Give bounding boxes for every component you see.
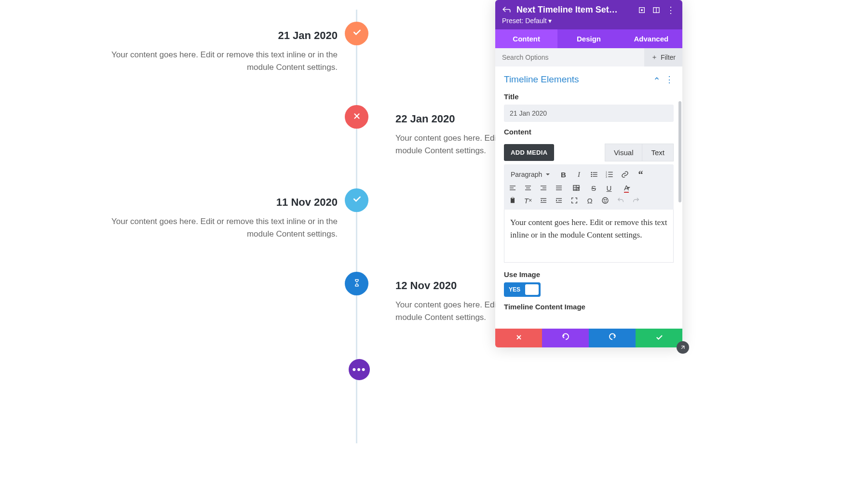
back-icon[interactable] — [502, 5, 512, 15]
field-timeline-image: Timeline Content Image — [495, 300, 682, 327]
strikethrough-icon[interactable]: S — [589, 183, 598, 193]
redo-icon — [608, 333, 617, 344]
text-color-icon[interactable]: A — [620, 183, 633, 193]
svg-rect-33 — [556, 198, 562, 199]
timeline-badge[interactable] — [345, 105, 368, 129]
omega-icon[interactable]: Ω — [585, 196, 595, 205]
settings-panel: Next Timeline Item Set… ⋮ Preset: Defaul… — [495, 0, 682, 347]
resize-handle[interactable] — [677, 341, 689, 354]
preset-dropdown[interactable]: Preset: Default ▾ — [502, 17, 676, 25]
quote-icon[interactable]: “ — [636, 170, 645, 179]
emoji-icon[interactable] — [600, 196, 610, 205]
tab-design[interactable]: Design — [557, 29, 620, 48]
timeline-more-button[interactable]: ••• — [349, 359, 370, 380]
table-icon[interactable] — [570, 183, 583, 193]
redo-icon — [631, 196, 641, 205]
svg-rect-35 — [556, 202, 562, 202]
more-icon[interactable]: ⋮ — [666, 5, 676, 15]
filter-label: Filter — [661, 53, 676, 61]
more-icon[interactable]: ⋮ — [665, 74, 674, 85]
expand-icon[interactable] — [637, 5, 647, 15]
timeline-badge[interactable] — [345, 188, 368, 212]
svg-point-1 — [641, 9, 643, 11]
align-right-icon[interactable] — [539, 183, 548, 193]
field-label: Timeline Content Image — [504, 303, 674, 311]
toggle-label: YES — [506, 286, 522, 293]
svg-rect-26 — [556, 189, 562, 190]
align-left-icon[interactable] — [508, 183, 517, 193]
link-icon[interactable] — [620, 170, 630, 179]
svg-point-4 — [591, 174, 593, 175]
svg-rect-13 — [609, 174, 613, 174]
undo-icon — [561, 333, 570, 344]
svg-rect-12 — [609, 172, 613, 173]
svg-rect-29 — [512, 197, 514, 199]
timeline-card[interactable]: 21 Jan 2020 Your content goes here. Edit… — [111, 29, 338, 74]
align-justify-icon[interactable] — [554, 183, 564, 193]
svg-point-5 — [591, 176, 593, 177]
section-title: Timeline Elements — [504, 74, 649, 85]
filter-button[interactable]: ＋ Filter — [644, 48, 682, 66]
editor-toolbar: Paragraph B I 123 “ S U A T× — [504, 164, 674, 210]
svg-rect-30 — [541, 198, 546, 199]
field-label: Use Image — [504, 270, 674, 279]
svg-rect-20 — [525, 189, 531, 190]
indent-icon[interactable] — [554, 196, 564, 205]
chevron-up-icon[interactable] — [653, 75, 660, 84]
undo-button[interactable] — [542, 329, 589, 347]
discard-button[interactable] — [495, 329, 542, 347]
panel-tabs: Content Design Advanced — [495, 29, 682, 48]
svg-point-36 — [602, 198, 608, 203]
editor-tab-text[interactable]: Text — [642, 144, 674, 161]
search-bar: ＋ Filter — [495, 48, 682, 66]
field-label: Title — [504, 93, 674, 101]
content-editor[interactable]: Your content goes here. Edit or remove t… — [504, 210, 674, 263]
title-input[interactable] — [504, 105, 674, 122]
timeline-badge[interactable] — [345, 272, 368, 295]
timeline-badge[interactable] — [345, 22, 368, 45]
svg-text:3: 3 — [606, 176, 607, 178]
field-title: Title — [495, 90, 682, 125]
tab-content[interactable]: Content — [495, 29, 557, 48]
redo-button[interactable] — [589, 329, 636, 347]
timeline-canvas: 21 Jan 2020 Your content goes here. Edit… — [0, 0, 495, 478]
columns-icon[interactable] — [651, 5, 661, 15]
align-center-icon[interactable] — [523, 183, 533, 193]
timeline-desc: Your content goes here. Edit or remove t… — [111, 49, 338, 74]
number-list-icon[interactable]: 123 — [605, 170, 614, 179]
timeline-desc: Your content goes here. Edit or remove t… — [111, 215, 338, 241]
check-icon — [352, 27, 362, 40]
underline-icon[interactable]: U — [604, 183, 614, 193]
timeline-title: 21 Jan 2020 — [111, 29, 338, 42]
editor-mode-tabs: Visual Text — [605, 144, 674, 161]
svg-rect-7 — [593, 174, 597, 174]
panel-body: Timeline Elements ⋮ Title Content ADD ME… — [495, 66, 682, 347]
scrollbar[interactable] — [678, 101, 681, 202]
editor-tab-visual[interactable]: Visual — [605, 144, 643, 161]
save-button[interactable] — [636, 329, 682, 347]
tab-advanced[interactable]: Advanced — [620, 29, 682, 48]
dots-icon: ••• — [352, 363, 366, 376]
svg-point-38 — [606, 199, 606, 200]
svg-rect-6 — [593, 172, 597, 173]
clear-format-icon[interactable]: T× — [523, 196, 533, 205]
svg-rect-8 — [593, 176, 597, 176]
add-media-button[interactable]: ADD MEDIA — [504, 144, 554, 161]
outdent-icon[interactable] — [539, 196, 548, 205]
format-select[interactable]: Paragraph — [508, 169, 553, 180]
svg-rect-14 — [609, 176, 613, 177]
timeline-card[interactable]: 11 Nov 2020 Your content goes here. Edit… — [111, 196, 338, 241]
section-header[interactable]: Timeline Elements ⋮ — [495, 66, 682, 90]
panel-title: Next Timeline Item Set… — [516, 5, 632, 15]
svg-rect-15 — [510, 186, 515, 186]
svg-rect-34 — [558, 200, 562, 200]
bullet-list-icon[interactable] — [589, 170, 599, 179]
use-image-toggle[interactable]: YES — [504, 282, 541, 297]
fullscreen-icon[interactable] — [570, 196, 579, 205]
hourglass-icon — [353, 278, 361, 290]
bold-icon[interactable]: B — [558, 170, 568, 179]
search-input[interactable] — [495, 48, 644, 66]
check-icon — [655, 333, 664, 344]
paste-icon[interactable] — [508, 196, 517, 205]
italic-icon[interactable]: I — [574, 170, 583, 179]
